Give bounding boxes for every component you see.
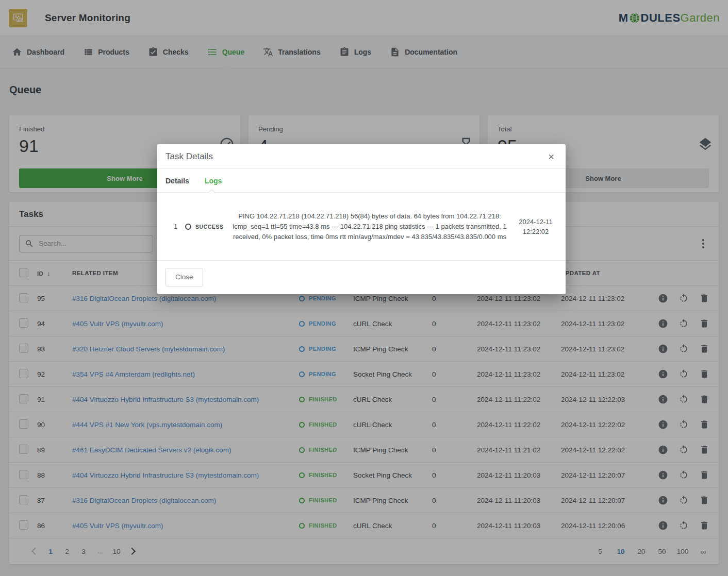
log-index: 1 (174, 223, 181, 230)
tab-logs[interactable]: Logs (205, 177, 222, 185)
log-message: PING 104.22.71.218 (104.22.71.218) 56(84… (230, 211, 509, 242)
log-row: 1 SUCCESS PING 104.22.71.218 (104.22.71.… (157, 193, 566, 260)
close-button[interactable]: Close (166, 268, 203, 286)
close-icon[interactable]: × (545, 150, 557, 163)
tab-details[interactable]: Details (166, 177, 189, 185)
log-status: SUCCESS (195, 224, 222, 230)
modal-title: Task Details (166, 151, 213, 162)
modal-tabs: Details Logs (157, 169, 566, 193)
modal-header: Task Details × (157, 144, 566, 169)
task-details-modal: Task Details × Details Logs 1 SUCCESS PI… (157, 144, 566, 294)
log-timestamp: 2024-12-11 12:22:02 (513, 217, 558, 236)
success-ring-icon (185, 224, 191, 230)
modal-footer: Close (157, 260, 566, 293)
